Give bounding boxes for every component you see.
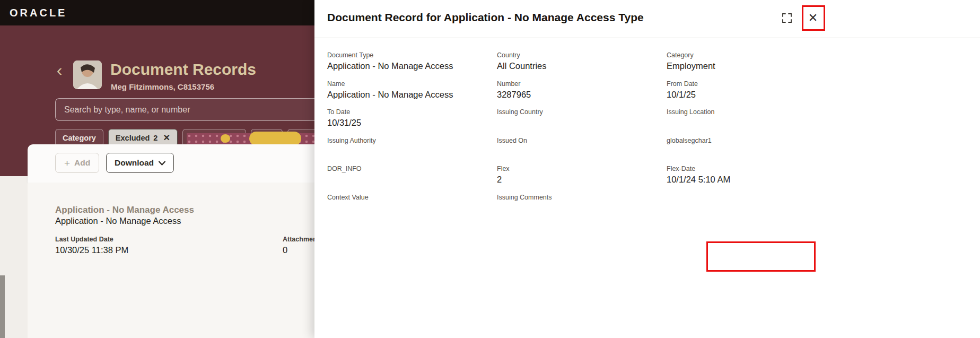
field-dor-info: DOR_INFO bbox=[327, 165, 497, 194]
document-records-page: ORACLE ‹ Document Records Meg Fitzimmons… bbox=[0, 0, 314, 338]
avatar bbox=[73, 60, 102, 89]
close-panel-button[interactable]: ✕ bbox=[803, 8, 823, 28]
field-value: 10/1/25 bbox=[667, 90, 836, 100]
page-title: Document Records bbox=[110, 60, 256, 79]
document-record-detail-panel: Document Record for Application - No Man… bbox=[314, 0, 980, 338]
last-updated-label: Last Updated Date bbox=[55, 236, 113, 243]
field-issuing-comments: Issuing Comments bbox=[497, 194, 667, 222]
field-label: Number bbox=[497, 80, 667, 88]
field-value: Employment bbox=[667, 61, 836, 71]
field-label: To Date bbox=[327, 108, 497, 116]
field-issuing-authority: Issuing Authority bbox=[327, 137, 497, 166]
list-toolbar: + Add Download bbox=[28, 144, 314, 183]
field-country: Country All Countries bbox=[497, 51, 667, 80]
decorative-pattern bbox=[187, 133, 314, 144]
chip-label: Excluded bbox=[116, 134, 150, 142]
add-label: Add bbox=[74, 158, 90, 168]
field-label: Context Value bbox=[327, 194, 497, 201]
field-value: 3287965 bbox=[497, 90, 667, 100]
collapse-panel-button[interactable] bbox=[777, 8, 797, 28]
record-type-text: Application - No Manage Access bbox=[55, 205, 194, 215]
field-label: Country bbox=[497, 51, 667, 59]
field-value: 10/31/25 bbox=[327, 118, 497, 128]
field-globalsegchar1: globalsegchar1 bbox=[667, 137, 836, 166]
field-document-type: Document Type Application - No Manage Ac… bbox=[327, 51, 497, 80]
plus-icon: + bbox=[64, 158, 70, 168]
oracle-logo: ORACLE bbox=[10, 7, 67, 19]
remove-filter-icon[interactable]: ✕ bbox=[163, 134, 170, 142]
field-label: Issued On bbox=[497, 137, 667, 144]
vertical-scrollbar[interactable] bbox=[0, 275, 5, 338]
field-label: DOR_INFO bbox=[327, 165, 497, 172]
field-label: Issuing Country bbox=[497, 108, 667, 116]
field-issued-on: Issued On bbox=[497, 137, 667, 166]
field-label: Flex bbox=[497, 165, 667, 172]
chip-label: Category bbox=[63, 134, 96, 142]
download-label: Download bbox=[115, 158, 154, 168]
field-value: 10/1/24 5:10 AM bbox=[667, 175, 836, 185]
document-record-list-item[interactable]: Application - No Manage Access Applicati… bbox=[28, 183, 314, 338]
record-fields-grid: Document Type Application - No Manage Ac… bbox=[327, 51, 836, 222]
field-issuing-location: Issuing Location bbox=[667, 108, 836, 137]
search-input[interactable] bbox=[55, 98, 314, 121]
field-to-date: To Date 10/31/25 bbox=[327, 108, 497, 137]
resize-corners-icon bbox=[782, 13, 792, 23]
field-label: From Date bbox=[667, 80, 836, 88]
field-from-date: From Date 10/1/25 bbox=[667, 80, 836, 109]
close-icon: ✕ bbox=[808, 11, 818, 25]
field-value: All Countries bbox=[497, 61, 667, 71]
field-label: Category bbox=[667, 51, 836, 59]
field-name: Name Application - No Manage Access bbox=[327, 80, 497, 109]
field-label: globalsegchar1 bbox=[667, 137, 836, 144]
field-label: Document Type bbox=[327, 51, 497, 59]
field-issuing-country: Issuing Country bbox=[497, 108, 667, 137]
field-flex-date: Flex-Date 10/1/24 5:10 AM bbox=[667, 165, 836, 194]
field-flex: Flex 2 bbox=[497, 165, 667, 194]
field-label: Name bbox=[327, 80, 497, 88]
global-header: ORACLE bbox=[0, 0, 314, 25]
field-label: Issuing Comments bbox=[497, 194, 667, 201]
attachments-label: Attachments bbox=[283, 236, 314, 243]
record-name-link[interactable]: Application - No Manage Access bbox=[55, 216, 181, 226]
attachments-value: 0 bbox=[283, 245, 287, 255]
field-label: Issuing Authority bbox=[327, 137, 497, 144]
field-empty bbox=[667, 194, 836, 222]
last-updated-value: 10/30/25 11:38 PM bbox=[55, 245, 128, 255]
field-label: Flex-Date bbox=[667, 165, 836, 172]
panel-header: Document Record for Application - No Man… bbox=[314, 0, 980, 38]
field-value: 2 bbox=[497, 175, 667, 185]
panel-title: Document Record for Application - No Man… bbox=[327, 11, 644, 24]
field-value: Application - No Manage Access bbox=[327, 61, 497, 71]
chevron-down-icon bbox=[159, 161, 165, 166]
annotation-box bbox=[706, 241, 816, 272]
field-category: Category Employment bbox=[667, 51, 836, 80]
field-value: Application - No Manage Access bbox=[327, 90, 497, 100]
field-label: Issuing Location bbox=[667, 108, 836, 116]
field-context-value: Context Value bbox=[327, 194, 497, 222]
chip-count: 2 bbox=[153, 134, 158, 142]
back-button[interactable]: ‹ bbox=[51, 60, 68, 80]
field-number: Number 3287965 bbox=[497, 80, 667, 109]
person-subtitle: Meg Fitzimmons, C8153756 bbox=[111, 82, 214, 91]
download-button[interactable]: Download bbox=[106, 153, 174, 173]
add-button[interactable]: + Add bbox=[55, 153, 99, 173]
